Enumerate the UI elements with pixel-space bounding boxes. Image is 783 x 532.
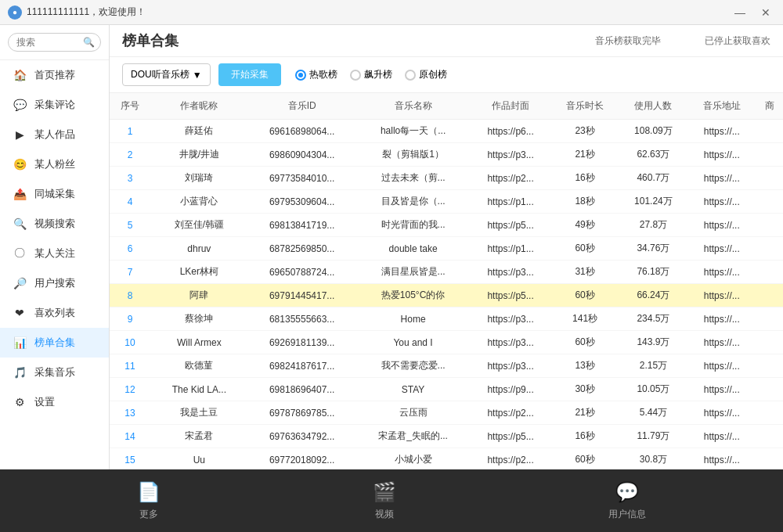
table-row[interactable]: 9蔡徐坤68135555663...Homehttps://p3...141秒2… <box>110 307 783 331</box>
cell-7: https://... <box>687 167 756 190</box>
sidebar-item-someone-fans[interactable]: 😊 某人粉丝 <box>0 149 109 179</box>
follow-collect-icon: 〇 <box>13 246 27 261</box>
sidebar-item-label: 采集评论 <box>34 98 75 112</box>
cell-2: 69818696407... <box>248 378 356 401</box>
cell-3: 宋孟君_失眠的... <box>356 425 471 448</box>
cell-8 <box>756 425 783 448</box>
table-row[interactable]: 8阿肆69791445417...热爱105°C的你https://p5...6… <box>110 284 783 307</box>
main-container: 🔍 🏠 首页推荐 💬 采集评论 ▶ 某人作品 😊 某人粉丝 📤 同城采集 🔍 视… <box>0 25 783 469</box>
city-collect-icon: 📤 <box>13 187 27 201</box>
cell-1: The Kid LA... <box>150 378 248 401</box>
bottom-item-video[interactable]: 🎬 视频 <box>373 481 396 521</box>
close-button[interactable]: ✕ <box>756 5 775 20</box>
cell-1: 阿肆 <box>150 284 248 307</box>
cell-2: 69269181139... <box>248 331 356 354</box>
col-使用人数: 使用人数 <box>619 93 688 120</box>
cell-6: 108.09万 <box>619 120 688 143</box>
cell-7: https://... <box>687 331 756 354</box>
cell-4: https://p2... <box>470 167 550 190</box>
col-音乐时长: 音乐时长 <box>551 93 619 120</box>
table-row[interactable]: 13我是土豆69787869785...云压雨https://p2...21秒5… <box>110 401 783 425</box>
sidebar-item-follow-collect[interactable]: 〇 某人关注 <box>0 239 109 268</box>
table-row[interactable]: 10Will Armex69269181139...You and Ihttps… <box>110 331 783 354</box>
cell-6: 101.24万 <box>619 190 688 214</box>
cell-6: 10.05万 <box>619 378 688 401</box>
sidebar-item-collect-comment[interactable]: 💬 采集评论 <box>0 90 109 120</box>
cell-1: LKer林柯 <box>150 261 248 284</box>
cell-6: 34.76万 <box>619 237 688 261</box>
cell-4: https://p3... <box>470 261 550 284</box>
table-row[interactable]: 4小蓝背心69795309604...目及皆是你（...https://p1..… <box>110 190 783 214</box>
sidebar-item-settings[interactable]: ⚙ 设置 <box>0 387 109 417</box>
cell-0: 6 <box>110 237 150 261</box>
cell-7: https://... <box>687 378 756 401</box>
cell-8 <box>756 261 783 284</box>
cell-1: 刘瑞琦 <box>150 167 248 190</box>
cell-0: 7 <box>110 261 150 284</box>
table-row[interactable]: 12The Kid LA...69818696407...STAYhttps:/… <box>110 378 783 401</box>
sidebar-item-like-list[interactable]: ❤ 喜欢列表 <box>0 298 109 328</box>
cell-1: 刘至佳/韩疆 <box>150 214 248 237</box>
col-序号: 序号 <box>110 93 150 120</box>
cell-1: 井胧/井迪 <box>150 143 248 167</box>
cell-6: 27.8万 <box>619 214 688 237</box>
cell-3: 小城小爱 <box>356 448 471 470</box>
bottom-item-more[interactable]: 📄 更多 <box>137 481 161 521</box>
cell-2: 69787869785... <box>248 401 356 425</box>
cell-8 <box>756 448 783 470</box>
radio-热歌榜[interactable]: 热歌榜 <box>295 68 337 81</box>
sidebar-item-label: 某人粉丝 <box>34 157 75 171</box>
table-row[interactable]: 15Uu69772018092...小城小爱https://p2...60秒30… <box>110 448 783 470</box>
app-title: 111111111111，欢迎使用！ <box>27 5 146 19</box>
sidebar-item-chart-list[interactable]: 📊 榜单合集 <box>0 328 109 358</box>
minimize-button[interactable]: — <box>730 5 750 20</box>
like-list-icon: ❤ <box>13 306 27 320</box>
table-row[interactable]: 11欧德菫69824187617...我不需要恋爱...https://p3..… <box>110 354 783 378</box>
cell-8 <box>756 284 783 307</box>
cell-0: 3 <box>110 167 150 190</box>
settings-icon: ⚙ <box>13 395 27 409</box>
sidebar-item-someone-work[interactable]: ▶ 某人作品 <box>0 120 109 149</box>
sidebar-item-label: 同城采集 <box>34 187 75 201</box>
sidebar-item-user-search[interactable]: 🔎 用户搜索 <box>0 268 109 298</box>
cell-7: https://... <box>687 448 756 470</box>
cell-0: 2 <box>110 143 150 167</box>
sidebar-item-label: 榜单合集 <box>34 336 75 350</box>
cell-1: 我是土豆 <box>150 401 248 425</box>
bottom-item-user-info[interactable]: 💬 用户信息 <box>608 481 646 521</box>
cell-3: 满目星辰皆是... <box>356 261 471 284</box>
bottom-label-video: 视频 <box>375 508 394 521</box>
sidebar-item-label: 某人作品 <box>34 128 75 142</box>
status-text-left: 音乐榜获取完毕 <box>595 34 661 48</box>
table-row[interactable]: 14宋孟君69763634792...宋孟君_失眠的...https://p5.… <box>110 425 783 448</box>
col-商: 商 <box>756 93 783 120</box>
cell-3: 我不需要恋爱... <box>356 354 471 378</box>
table-row[interactable]: 7LKer林柯69650788724...满目星辰皆是...https://p3… <box>110 261 783 284</box>
radio-原创榜[interactable]: 原创榜 <box>405 68 447 81</box>
window-controls: — ✕ <box>730 5 775 20</box>
cell-7: https://... <box>687 354 756 378</box>
sidebar-item-collect-music[interactable]: 🎵 采集音乐 <box>0 358 109 387</box>
table-row[interactable]: 1薛廷佑69616898064...hallo每一天（...https://p6… <box>110 120 783 143</box>
col-作品封面: 作品封面 <box>470 93 550 120</box>
user-search-icon: 🔎 <box>13 276 27 290</box>
chart-dropdown[interactable]: DOU听音乐榜 ▼ <box>122 63 211 86</box>
radio-飙升榜[interactable]: 飙升榜 <box>350 68 392 81</box>
cell-4: https://p2... <box>470 401 550 425</box>
sidebar-item-label: 视频搜索 <box>34 217 75 231</box>
chart-type-radio-group: 热歌榜 飙升榜 原创榜 <box>295 68 447 81</box>
cell-3: double take <box>356 237 471 261</box>
table-row[interactable]: 5刘至佳/韩疆69813841719...时光背面的我...https://p5… <box>110 214 783 237</box>
collect-button[interactable]: 开始采集 <box>218 63 281 86</box>
table-row[interactable]: 6dhruv68782569850...double takehttps://p… <box>110 237 783 261</box>
table-row[interactable]: 3刘瑞琦69773584010...过去未来（剪...https://p2...… <box>110 167 783 190</box>
cell-0: 12 <box>110 378 150 401</box>
cell-5: 18秒 <box>551 190 619 214</box>
sidebar-item-video-search[interactable]: 🔍 视频搜索 <box>0 209 109 239</box>
sidebar-item-city-collect[interactable]: 📤 同城采集 <box>0 179 109 209</box>
cell-7: https://... <box>687 261 756 284</box>
sidebar-item-home[interactable]: 🏠 首页推荐 <box>0 60 109 90</box>
table-container[interactable]: 序号作者昵称音乐ID音乐名称作品封面音乐时长使用人数音乐地址商 1薛廷佑6961… <box>110 93 783 469</box>
table-row[interactable]: 2井胧/井迪69860904304...裂（剪辑版1）https://p3...… <box>110 143 783 167</box>
cell-7: https://... <box>687 401 756 425</box>
